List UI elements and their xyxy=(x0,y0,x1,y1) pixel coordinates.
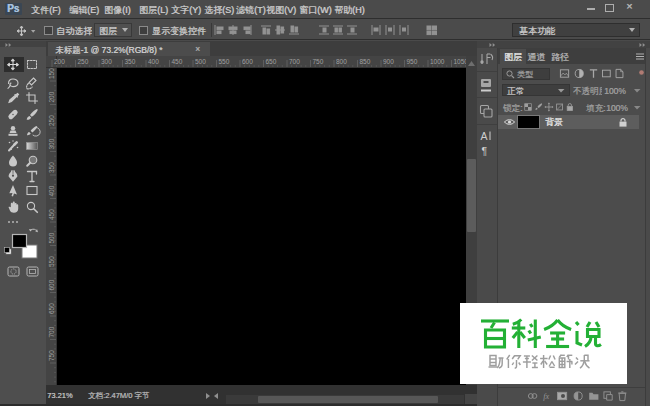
svg-text:600: 600 xyxy=(48,279,55,290)
svg-text:700: 700 xyxy=(289,58,300,65)
svg-text:350: 350 xyxy=(48,162,55,173)
svg-text:450: 450 xyxy=(48,209,55,220)
svg-text:550: 550 xyxy=(219,58,230,65)
svg-text:800: 800 xyxy=(336,58,347,65)
svg-text:400: 400 xyxy=(148,58,159,65)
svg-text:600: 600 xyxy=(242,58,253,65)
svg-text:750: 750 xyxy=(313,58,324,65)
svg-text:700: 700 xyxy=(48,326,55,337)
svg-text:A: A xyxy=(481,130,488,142)
svg-text:300: 300 xyxy=(48,138,55,149)
svg-text:650: 650 xyxy=(266,58,277,65)
svg-text:¶: ¶ xyxy=(482,145,488,157)
svg-text:150: 150 xyxy=(48,68,55,79)
svg-text:750: 750 xyxy=(48,350,55,361)
svg-text:550: 550 xyxy=(48,256,55,267)
svg-text:500: 500 xyxy=(48,232,55,243)
svg-text:500: 500 xyxy=(195,58,206,65)
svg-text:400: 400 xyxy=(48,185,55,196)
svg-text:850: 850 xyxy=(360,58,371,65)
svg-text:200: 200 xyxy=(48,91,55,102)
svg-text:900: 900 xyxy=(383,58,394,65)
svg-text:200: 200 xyxy=(54,58,65,65)
svg-text:650: 650 xyxy=(48,303,55,314)
svg-text:300: 300 xyxy=(101,58,112,65)
svg-text:1050: 1050 xyxy=(454,58,467,65)
svg-text:fx: fx xyxy=(543,392,549,401)
svg-text:250: 250 xyxy=(78,58,89,65)
svg-text:1000: 1000 xyxy=(430,58,445,65)
svg-text:950: 950 xyxy=(407,58,418,65)
svg-text:250: 250 xyxy=(48,115,55,126)
svg-text:450: 450 xyxy=(172,58,183,65)
svg-text:350: 350 xyxy=(125,58,136,65)
